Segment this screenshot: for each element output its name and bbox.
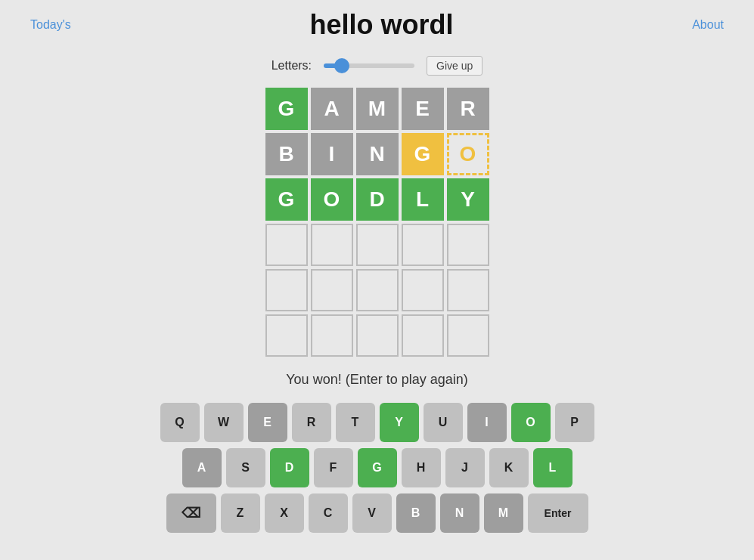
keyboard-row-2: ⌫ZXCVBNMEnter (166, 493, 588, 533)
key-u[interactable]: U (424, 403, 463, 442)
keyboard-row-1: ASDFGHJKL (182, 448, 572, 487)
key-j[interactable]: J (445, 448, 485, 487)
grid-cell-3-3 (402, 224, 444, 266)
key-v[interactable]: V (352, 493, 392, 533)
keyboard-row-0: QWERTYUIOP (160, 403, 594, 442)
word-grid: GAMERBINGOGODLY (265, 88, 489, 357)
todays-link[interactable]: Today's (30, 18, 71, 32)
grid-cell-2-0: G (265, 178, 308, 221)
grid-cell-0-1: A (311, 88, 353, 130)
grid-cell-1-4: O (447, 133, 489, 175)
key-b[interactable]: B (396, 493, 436, 533)
grid-cell-4-0 (265, 269, 308, 311)
grid-cell-1-3: G (402, 133, 444, 175)
grid-cell-5-4 (447, 314, 489, 357)
key-y[interactable]: Y (380, 403, 419, 442)
letters-label: Letters: (272, 59, 312, 73)
key-g[interactable]: G (358, 448, 397, 487)
key-backspace[interactable]: ⌫ (166, 493, 216, 533)
grid-cell-1-1: I (311, 133, 353, 175)
key-s[interactable]: S (226, 448, 265, 487)
key-q[interactable]: Q (160, 403, 200, 442)
key-i[interactable]: I (467, 403, 507, 442)
win-message: You won! (Enter to play again) (286, 372, 468, 388)
grid-cell-0-3: E (402, 88, 444, 130)
key-m[interactable]: M (484, 493, 523, 533)
grid-cell-2-4: Y (447, 178, 489, 221)
keyboard: QWERTYUIOPASDFGHJKL⌫ZXCVBNMEnter (160, 403, 594, 533)
key-f[interactable]: F (314, 448, 353, 487)
app-title: hello wordl (309, 9, 453, 41)
key-k[interactable]: K (489, 448, 529, 487)
grid-cell-3-1 (311, 224, 353, 266)
grid-cell-2-3: L (402, 178, 444, 221)
key-e[interactable]: E (248, 403, 287, 442)
grid-cell-5-1 (311, 314, 353, 357)
grid-cell-4-1 (311, 269, 353, 311)
grid-cell-3-4 (447, 224, 489, 266)
grid-cell-4-4 (447, 269, 489, 311)
key-t[interactable]: T (336, 403, 375, 442)
give-up-button[interactable]: Give up (427, 56, 482, 76)
grid-cell-4-2 (356, 269, 399, 311)
key-r[interactable]: R (292, 403, 331, 442)
main-content: Letters: Give up GAMERBINGOGODLY You won… (0, 50, 754, 533)
key-d[interactable]: D (270, 448, 309, 487)
key-c[interactable]: C (309, 493, 348, 533)
grid-cell-0-2: M (356, 88, 399, 130)
grid-cell-0-0: G (265, 88, 308, 130)
grid-cell-3-2 (356, 224, 399, 266)
key-l[interactable]: L (533, 448, 572, 487)
grid-cell-2-1: O (311, 178, 353, 221)
key-n[interactable]: N (440, 493, 479, 533)
key-a[interactable]: A (182, 448, 222, 487)
grid-cell-2-2: D (356, 178, 399, 221)
key-z[interactable]: Z (221, 493, 260, 533)
letters-slider[interactable] (324, 63, 414, 68)
grid-cell-5-0 (265, 314, 308, 357)
key-enter[interactable]: Enter (528, 493, 588, 533)
grid-cell-1-0: B (265, 133, 308, 175)
grid-cell-0-4: R (447, 88, 489, 130)
grid-cell-5-3 (402, 314, 444, 357)
app-header: Today's hello wordl About (0, 0, 754, 50)
about-link[interactable]: About (692, 18, 724, 32)
grid-cell-5-2 (356, 314, 399, 357)
key-h[interactable]: H (402, 448, 441, 487)
grid-cell-3-0 (265, 224, 308, 266)
key-w[interactable]: W (204, 403, 244, 442)
controls-row: Letters: Give up (272, 56, 483, 76)
key-p[interactable]: P (555, 403, 594, 442)
grid-cell-4-3 (402, 269, 444, 311)
key-o[interactable]: O (511, 403, 551, 442)
key-x[interactable]: X (265, 493, 304, 533)
grid-cell-1-2: N (356, 133, 399, 175)
